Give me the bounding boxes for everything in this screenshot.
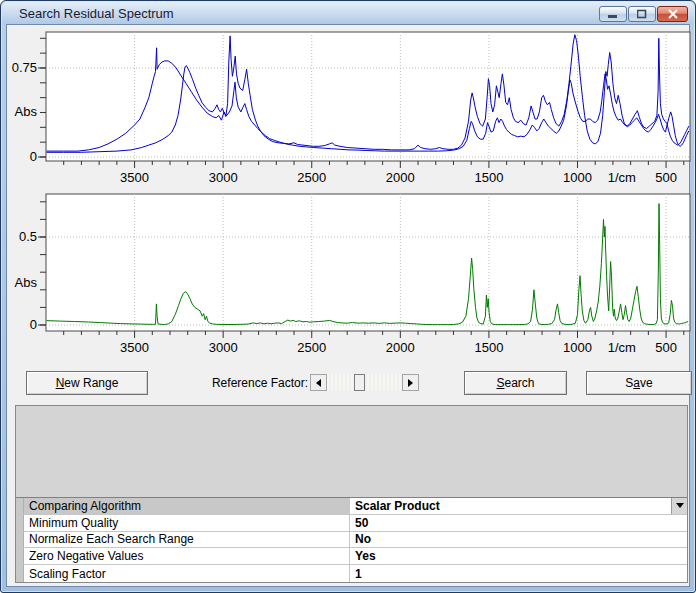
minimize-button[interactable] (599, 6, 627, 22)
x-tick-label: 2500 (297, 170, 326, 185)
row-gutter (16, 515, 24, 531)
window: Search Residual Spectrum 350030002500200… (0, 0, 696, 593)
arrow-right-icon (408, 379, 413, 387)
search-results-panel[interactable]: Comparing Algorithm Scalar Product Minim… (15, 405, 688, 583)
x-tick-label: 3000 (209, 340, 238, 355)
x-tick-label: 1500 (474, 340, 503, 355)
spectrum-chart-top[interactable]: 3500300025002000150010005001/cm0.750Abs (7, 26, 693, 188)
param-label: Normalize Each Search Range (24, 532, 350, 548)
y-axis-label: Abs (15, 104, 38, 119)
param-label: Scaling Factor (24, 565, 350, 582)
row-gutter (16, 565, 24, 582)
dropdown-button[interactable] (671, 498, 687, 514)
plot-area (46, 194, 690, 331)
x-tick-label: 2000 (386, 340, 415, 355)
new-range-button[interactable]: New Range (26, 371, 148, 395)
table-row-normalize-each-search-range[interactable]: Normalize Each Search Range No (16, 532, 687, 549)
y-tick-label: 0 (30, 317, 37, 332)
scrollbar-track[interactable] (327, 374, 402, 391)
titlebar[interactable]: Search Residual Spectrum (2, 2, 694, 24)
reference-factor-scrollbar[interactable] (310, 374, 419, 391)
x-tick-label: 2000 (386, 170, 415, 185)
x-tick-label: 500 (655, 340, 677, 355)
dropdown-arrow-icon (676, 503, 684, 508)
caption-buttons (598, 6, 688, 22)
reference-factor-label: Reference Factor: (157, 376, 308, 390)
scrollbar-thumb[interactable] (354, 374, 365, 391)
x-tick-label: 3000 (209, 170, 238, 185)
client-area: 3500300025002000150010005001/cm0.750Abs … (6, 24, 690, 587)
x-tick-label: 2500 (297, 340, 326, 355)
save-button[interactable]: Save (586, 371, 692, 395)
x-tick-label: 500 (655, 170, 677, 185)
x-tick-label: 1000 (563, 170, 592, 185)
close-button[interactable] (657, 6, 688, 22)
search-button[interactable]: Search (464, 371, 567, 395)
x-tick-label: 1500 (474, 170, 503, 185)
param-label: Zero Negative Values (24, 548, 350, 564)
plot-area (46, 32, 690, 161)
maximize-icon (637, 9, 647, 19)
param-value[interactable]: 50 (350, 515, 687, 531)
scrollbar-right-button[interactable] (402, 374, 419, 391)
param-value-dropdown[interactable]: Scalar Product (350, 498, 687, 514)
row-gutter (16, 532, 24, 548)
x-tick-label: 3500 (120, 340, 149, 355)
spectrum-chart-bottom[interactable]: 3500300025002000150010005001/cm0.50Abs (7, 188, 693, 360)
table-row-zero-negative-values[interactable]: Zero Negative Values Yes (16, 548, 687, 565)
y-tick-label: 0.75 (12, 60, 37, 75)
scrollbar-left-button[interactable] (310, 374, 327, 391)
minimize-icon (608, 10, 618, 19)
y-tick-label: 0.5 (19, 229, 37, 244)
y-axis-label: Abs (15, 275, 38, 290)
maximize-button[interactable] (628, 6, 656, 22)
param-value[interactable]: No (350, 532, 687, 548)
param-label: Minimum Quality (24, 515, 350, 531)
x-tick-label: 1000 (563, 340, 592, 355)
y-tick-label: 0 (30, 149, 37, 164)
param-label: Comparing Algorithm (24, 498, 350, 514)
table-row-scaling-factor[interactable]: Scaling Factor 1 (16, 565, 687, 582)
row-gutter (16, 498, 24, 514)
x-tick-label: 3500 (120, 170, 149, 185)
param-value[interactable]: 1 (350, 565, 687, 582)
row-gutter (16, 548, 24, 564)
table-row-minimum-quality[interactable]: Minimum Quality 50 (16, 515, 687, 532)
arrow-left-icon (316, 379, 321, 387)
parameter-table: Comparing Algorithm Scalar Product Minim… (16, 497, 687, 582)
x-axis-unit-label: 1/cm (608, 170, 636, 185)
x-axis-unit-label: 1/cm (608, 340, 636, 355)
param-value[interactable]: Yes (350, 548, 687, 564)
table-row-comparing-algorithm[interactable]: Comparing Algorithm Scalar Product (16, 498, 687, 515)
close-icon (668, 9, 678, 19)
window-title: Search Residual Spectrum (19, 6, 174, 21)
